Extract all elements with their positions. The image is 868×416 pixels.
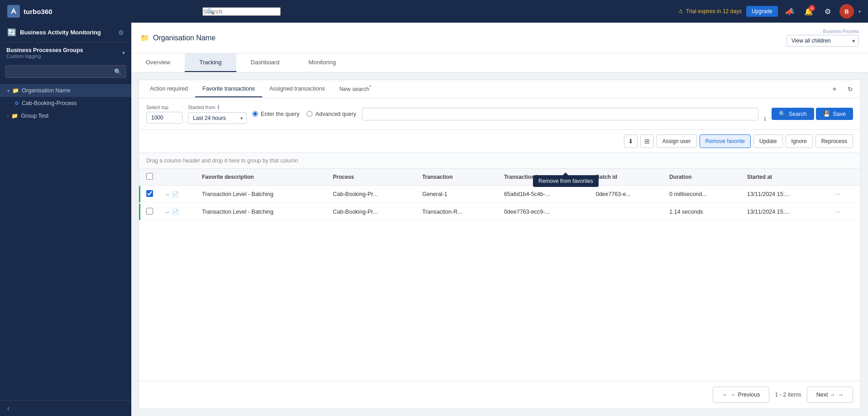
sidebar-search-input[interactable] bbox=[5, 65, 126, 78]
refresh-button[interactable]: ↻ bbox=[844, 83, 857, 96]
reprocess-button[interactable]: Reprocess bbox=[815, 134, 853, 148]
save-button[interactable]: 💾 Save bbox=[816, 108, 854, 120]
enter-query-radio[interactable] bbox=[252, 111, 258, 117]
sidebar-settings-icon[interactable]: ⚙ bbox=[118, 29, 124, 36]
th-process[interactable]: Process bbox=[327, 169, 417, 186]
previous-button[interactable]: ← ← Previous bbox=[713, 387, 769, 403]
tab-overview[interactable]: Overview bbox=[131, 53, 185, 72]
table-scroll[interactable]: Favorite description Process Transaction… bbox=[139, 169, 860, 381]
row-checkbox-cell bbox=[141, 203, 158, 221]
download-button[interactable]: ⬇ bbox=[624, 134, 638, 148]
user-chevron[interactable]: ▾ bbox=[858, 9, 861, 14]
sidebar-collapse: ‹ bbox=[0, 400, 131, 416]
table-toolbar: ⬇ ⊞ Assign user Remove favorite Update I… bbox=[139, 130, 860, 153]
subtab-action-required[interactable]: Action required bbox=[143, 81, 195, 97]
navbar-right: ⚠ Trial expires in 12 days Upgrade 📣 🔔 4… bbox=[678, 4, 861, 19]
tree-item-organisation[interactable]: ▾ 📁 Organisation Name bbox=[0, 84, 131, 97]
row-more-icon[interactable]: ··· bbox=[833, 208, 842, 215]
advanced-query-radio[interactable] bbox=[307, 111, 312, 117]
row-checkbox[interactable] bbox=[146, 190, 153, 197]
select-top-input[interactable] bbox=[146, 112, 182, 124]
subtab-favorite-transactions[interactable]: Favorite transactions bbox=[195, 81, 262, 97]
tab-monitoring[interactable]: Monitoring bbox=[294, 53, 350, 72]
next-button[interactable]: Next → → bbox=[807, 387, 853, 403]
user-avatar[interactable]: B bbox=[839, 4, 854, 19]
table-row: → 📄 Transaction Level - Batching Cab-Boo… bbox=[139, 186, 860, 203]
tree-item-group-test[interactable]: › 📁 Group Test bbox=[0, 110, 131, 122]
copy-icon[interactable]: 📄 bbox=[172, 191, 179, 198]
previous-icon: ← bbox=[722, 392, 728, 398]
th-started-at[interactable]: Started at bbox=[742, 169, 827, 186]
sub-tabs-actions: + bbox=[829, 83, 840, 95]
global-search-wrapper: 🔍 bbox=[202, 7, 384, 16]
query-bar: Select top Started from ℹ Last 24 hours … bbox=[139, 98, 861, 130]
tab-dashboard[interactable]: Dashboard bbox=[236, 53, 294, 72]
cell-transaction-inst: 65a6d1b4-5c4b-... bbox=[499, 186, 590, 203]
query-text-input[interactable] bbox=[362, 108, 758, 120]
advanced-query-radio-label[interactable]: Advanced query bbox=[307, 111, 356, 117]
bp-selector-dropdown[interactable]: View all children bbox=[786, 35, 859, 47]
sidebar-title-group: Business Activity Monitoring bbox=[20, 29, 101, 36]
th-actions bbox=[158, 169, 197, 186]
cell-transaction-inst: 0dee7763-ecc9-... bbox=[499, 203, 590, 221]
table-body: → 📄 Transaction Level - Batching Cab-Boo… bbox=[139, 186, 860, 221]
add-tab-button[interactable]: + bbox=[829, 83, 840, 95]
upgrade-button[interactable]: Upgrade bbox=[746, 6, 778, 17]
update-button[interactable]: Update bbox=[753, 134, 783, 148]
copy-icon[interactable]: 📄 bbox=[172, 209, 179, 215]
th-transaction[interactable]: Transaction bbox=[417, 169, 499, 186]
th-batch-id[interactable]: Batch id bbox=[590, 169, 664, 186]
tab-tracking[interactable]: Tracking bbox=[185, 53, 236, 72]
arrow-right-icon[interactable]: → bbox=[164, 209, 170, 215]
megaphone-button[interactable]: 📣 bbox=[782, 4, 797, 19]
table-row: → 📄 Transaction Level - Batching Cab-Boo… bbox=[139, 203, 860, 221]
warning-icon: ⚠ bbox=[678, 8, 683, 14]
row-checkbox-cell bbox=[141, 186, 158, 203]
query-info-icon[interactable]: ℹ bbox=[764, 115, 766, 122]
tree-item-label: Group Test bbox=[21, 113, 48, 119]
search-button[interactable]: 🔍 Search bbox=[772, 108, 814, 120]
row-actions: → 📄 bbox=[164, 191, 191, 198]
advanced-query-label: Advanced query bbox=[315, 111, 356, 117]
cell-process: Cab-Booking-Pr... bbox=[327, 186, 417, 203]
enter-query-radio-label[interactable]: Enter the query bbox=[252, 111, 299, 117]
remove-favorite-button[interactable]: Remove favorite bbox=[700, 134, 751, 148]
cell-favorite-description: Transaction Level - Batching bbox=[197, 203, 327, 221]
row-checkbox[interactable] bbox=[146, 208, 153, 215]
bp-selector: Business Process View all children bbox=[786, 29, 859, 47]
trial-text: Trial expires in 12 days bbox=[686, 8, 742, 14]
settings-button[interactable]: ⚙ bbox=[820, 4, 835, 19]
arrow-right-icon[interactable]: → bbox=[164, 191, 170, 198]
expand-icon: › bbox=[7, 114, 9, 119]
started-from-select[interactable]: Last 24 hours Last 7 days Last 30 days C… bbox=[188, 112, 247, 124]
notifications-button[interactable]: 🔔 4 bbox=[801, 4, 816, 19]
app-logo[interactable]: turbo360 bbox=[7, 5, 52, 18]
collapse-button[interactable]: ‹ bbox=[7, 404, 10, 412]
th-duration[interactable]: Duration bbox=[664, 169, 741, 186]
row-more-icon[interactable]: ··· bbox=[833, 190, 842, 198]
ignore-button[interactable]: Ignore bbox=[786, 134, 813, 148]
tree-item-label: Cab-Booking-Process bbox=[22, 100, 77, 106]
expand-icon: ▾ bbox=[7, 88, 10, 93]
columns-button[interactable]: ⊞ bbox=[640, 134, 654, 148]
cell-duration: 0 millisecond... bbox=[664, 186, 741, 203]
section-subtitle: Custom logging bbox=[6, 53, 83, 59]
select-all-checkbox[interactable] bbox=[146, 173, 153, 180]
gear-icon: ⚙ bbox=[825, 7, 831, 16]
content-area: Action required Favorite transactions As… bbox=[131, 72, 868, 416]
cell-started-at: 13/11/2024 15:... bbox=[742, 203, 827, 221]
tree-item-cab-booking[interactable]: ⚙ Cab-Booking-Process bbox=[0, 97, 131, 110]
subtab-assigned-transactions[interactable]: Assigned transactions bbox=[262, 81, 332, 97]
started-from-info-icon[interactable]: ℹ bbox=[217, 104, 220, 110]
th-favorite-description[interactable]: Favorite description bbox=[197, 169, 327, 186]
cell-more: ··· bbox=[827, 203, 860, 221]
assign-user-button[interactable]: Assign user bbox=[657, 134, 697, 148]
row-actions-cell: → 📄 bbox=[158, 203, 197, 221]
section-chevron-icon[interactable]: ▾ bbox=[122, 50, 125, 56]
pagination-bar: ← ← Previous 1 - 2 items Next → → bbox=[139, 381, 860, 408]
notification-badge: 4 bbox=[809, 5, 815, 11]
subtab-new-search[interactable]: New search* bbox=[332, 80, 378, 98]
navbar: turbo360 🔍 ⚠ Trial expires in 12 days Up… bbox=[0, 0, 868, 23]
sidebar: 🔄 Business Activity Monitoring ⚙ Busines… bbox=[0, 23, 131, 416]
org-folder-icon: 📁 bbox=[140, 33, 149, 42]
